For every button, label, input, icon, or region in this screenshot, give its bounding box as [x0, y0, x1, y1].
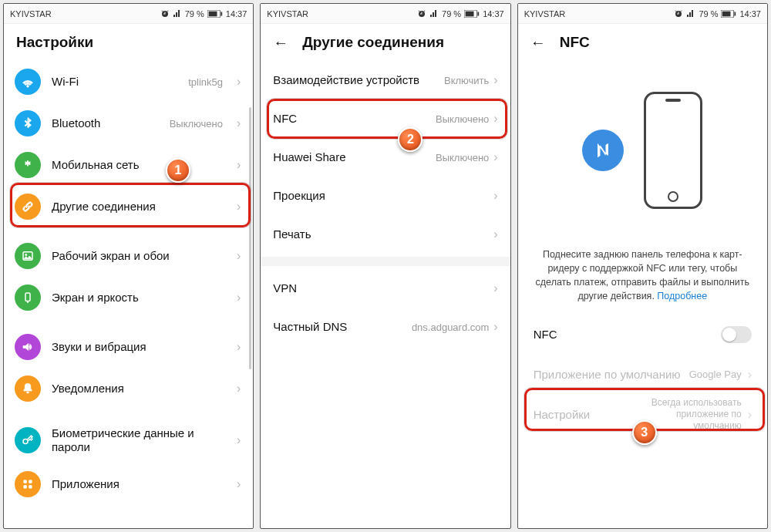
row-display-brightness[interactable]: Экран и яркость › [12, 277, 245, 318]
row-label: Рабочий экран и обои [52, 249, 223, 263]
row-label: NFC [534, 328, 721, 342]
row-value: Выключено [170, 118, 223, 130]
phone-outline-icon [644, 92, 702, 209]
row-label: Уведомления [52, 382, 223, 396]
apps-icon [15, 471, 41, 497]
separator [261, 257, 510, 266]
row-print[interactable]: Печать › [268, 215, 502, 254]
row-value: Выключено [436, 113, 489, 125]
row-nfc-toggle[interactable]: NFC [524, 315, 761, 355]
row-label: Взаимодействие устройств [273, 73, 444, 87]
chevron-right-icon: › [237, 433, 241, 447]
battery-icon [464, 10, 480, 18]
nfc-description-text: Поднесите заднюю панель телефона к карт-… [536, 249, 750, 301]
settings-list: Wi-Fi tplink5g › Bluetooth Выключено › М… [4, 61, 253, 528]
svg-rect-11 [29, 486, 32, 489]
sound-icon [15, 334, 41, 360]
row-private-dns[interactable]: Частный DNS dns.adguard.com › [268, 308, 502, 346]
row-label: Bluetooth [52, 116, 159, 130]
time-label: 14:37 [739, 9, 761, 19]
row-value: tplink5g [188, 76, 223, 88]
row-huawei-share[interactable]: Huawei Share Выключено › [268, 138, 502, 177]
scrollbar[interactable] [249, 107, 251, 369]
alarm-icon [417, 9, 426, 19]
svg-rect-14 [478, 12, 480, 15]
row-label: Wi-Fi [52, 75, 177, 89]
row-value: Включить [444, 75, 489, 86]
page-title: Настройки [16, 34, 93, 51]
row-default-app: Приложение по умолчанию Google Pay › [524, 355, 761, 395]
svg-rect-5 [25, 293, 30, 301]
row-label: Частный DNS [273, 320, 412, 334]
image-icon [15, 243, 41, 269]
page-title-row: ← Другие соединения [261, 24, 510, 61]
signal-icon [686, 9, 695, 19]
alarm-icon [674, 9, 683, 19]
row-label: Проекция [273, 189, 489, 203]
row-mobile-network[interactable]: Мобильная сеть › [12, 144, 245, 186]
battery-label: 79 % [699, 9, 718, 19]
row-label: Приложения [52, 477, 223, 491]
screen-settings: KYIVSTAR 79 % 14:37 Настройки Wi-Fi tpli… [3, 3, 254, 529]
carrier-label: KYIVSTAR [524, 9, 566, 19]
status-bar: KYIVSTAR 79 % 14:37 [518, 4, 767, 24]
chevron-right-icon: › [237, 75, 241, 89]
page-title: NFC [560, 34, 590, 51]
chevron-right-icon: › [237, 200, 241, 214]
learn-more-link[interactable]: Подробнее [657, 291, 707, 301]
svg-rect-1 [208, 11, 217, 16]
chevron-right-icon: › [748, 408, 752, 422]
svg-rect-16 [722, 11, 731, 16]
chevron-right-icon: › [493, 320, 497, 334]
row-value: Google Pay [689, 369, 742, 380]
nfc-logo-icon [582, 130, 624, 171]
row-projection[interactable]: Проекция › [268, 177, 502, 215]
link-icon [15, 194, 41, 220]
row-label: Биометрические данные и пароли [52, 426, 223, 454]
row-nfc[interactable]: NFC Выключено › [268, 99, 502, 138]
nfc-description: Поднесите заднюю панель телефона к карт-… [518, 247, 767, 315]
signal-icon [173, 9, 182, 19]
nfc-toggle-switch[interactable] [721, 326, 752, 343]
back-button[interactable]: ← [530, 34, 546, 52]
signal-icon [15, 152, 41, 178]
row-label: Печать [273, 227, 489, 241]
row-other-connections[interactable]: Другие соединения › [12, 186, 245, 227]
alarm-icon [160, 9, 170, 19]
row-device-interaction[interactable]: Взаимодействие устройств Включить › [268, 61, 502, 99]
row-value: Выключено [436, 152, 489, 163]
svg-point-7 [23, 439, 28, 444]
row-value: dns.adguard.com [412, 322, 489, 333]
chevron-right-icon: › [493, 189, 497, 203]
step-marker-1: 1 [166, 158, 190, 183]
row-bluetooth[interactable]: Bluetooth Выключено › [12, 103, 245, 144]
key-icon [15, 427, 41, 453]
chevron-right-icon: › [493, 112, 497, 126]
chevron-right-icon: › [237, 158, 241, 172]
chevron-right-icon: › [237, 382, 241, 396]
step-marker-3: 3 [632, 420, 657, 445]
page-title: Другие соединения [302, 34, 444, 51]
row-label: Другие соединения [52, 200, 223, 214]
battery-label: 79 % [442, 9, 461, 19]
brightness-icon [15, 285, 41, 311]
chevron-right-icon: › [493, 73, 497, 87]
svg-rect-8 [24, 480, 27, 483]
chevron-right-icon: › [493, 150, 497, 164]
chevron-right-icon: › [493, 281, 497, 295]
page-title-row: Настройки [4, 24, 253, 61]
row-home-wallpaper[interactable]: Рабочий экран и обои › [12, 235, 245, 277]
time-label: 14:37 [483, 9, 504, 19]
bell-icon [15, 375, 41, 402]
chevron-right-icon: › [237, 116, 241, 130]
row-wifi[interactable]: Wi-Fi tplink5g › [12, 61, 245, 103]
row-label: Звуки и вибрация [52, 340, 223, 354]
row-notifications[interactable]: Уведомления › [12, 368, 245, 409]
row-apps[interactable]: Приложения › [12, 463, 245, 505]
back-button[interactable]: ← [273, 34, 288, 52]
row-sounds-vibration[interactable]: Звуки и вибрация › [12, 326, 245, 368]
row-biometrics-passwords[interactable]: Биометрические данные и пароли › [12, 417, 245, 463]
row-vpn[interactable]: VPN › [268, 269, 502, 308]
battery-icon [207, 10, 223, 18]
page-title-row: ← NFC [518, 24, 767, 61]
